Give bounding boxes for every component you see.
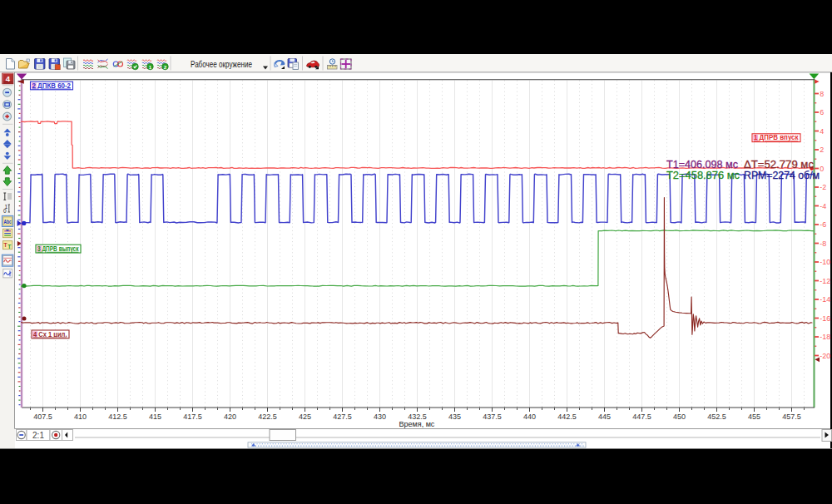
svg-text:415: 415 [149, 413, 161, 421]
svg-text:6: 6 [820, 108, 824, 116]
svg-text:-18: -18 [820, 333, 830, 341]
svg-text:4 Сх 1 цил.: 4 Сх 1 цил. [33, 330, 67, 338]
svg-text:-10: -10 [820, 258, 830, 266]
svg-text:Abc: Abc [4, 219, 12, 225]
svg-text:417.5: 417.5 [183, 413, 202, 421]
svg-text:-6: -6 [820, 220, 826, 229]
svg-text:1: 1 [149, 64, 152, 70]
svg-text:420: 420 [224, 413, 236, 421]
svg-text:-12: -12 [820, 277, 830, 285]
svg-text:0: 0 [3, 208, 7, 214]
svg-text:2: 2 [820, 146, 824, 154]
svg-text:0: 0 [820, 165, 824, 173]
svg-text:-16: -16 [820, 314, 830, 323]
svg-text:437.5: 437.5 [483, 413, 502, 421]
svg-text:430: 430 [374, 413, 386, 421]
svg-text:4: 4 [820, 127, 824, 136]
svg-text:425: 425 [299, 413, 311, 421]
svg-text:442.5: 442.5 [557, 413, 577, 421]
svg-text:422.5: 422.5 [258, 413, 277, 421]
svg-text:Время, мс: Время, мс [399, 420, 435, 428]
svg-text:8: 8 [820, 90, 824, 98]
svg-text:457.5: 457.5 [782, 413, 801, 421]
svg-text:-8: -8 [820, 240, 826, 248]
svg-text:4: 4 [6, 74, 11, 83]
svg-text:447.5: 447.5 [632, 413, 651, 421]
svg-text:-2: -2 [820, 183, 826, 191]
svg-text:455: 455 [748, 413, 760, 421]
svg-text:-20: -20 [820, 352, 830, 360]
svg-text:1 ДПРВ впуск: 1 ДПРВ впуск [754, 133, 799, 141]
svg-text:440: 440 [523, 413, 536, 421]
svg-text:445: 445 [598, 413, 611, 421]
svg-text:2:1: 2:1 [32, 431, 44, 440]
svg-text:-4: -4 [820, 202, 826, 210]
svg-text:450: 450 [673, 413, 686, 421]
svg-text:432.5: 432.5 [408, 413, 427, 421]
svg-text:452.5: 452.5 [707, 413, 726, 421]
svg-text:427.5: 427.5 [333, 413, 352, 421]
svg-text:Рабочее окружение: Рабочее окружение [191, 59, 252, 69]
svg-text:2: 2 [164, 64, 167, 70]
svg-text:2 ДПКВ 60-2: 2 ДПКВ 60-2 [32, 82, 72, 90]
svg-text:3 ДПРВ выпуск: 3 ДПРВ выпуск [37, 245, 79, 253]
svg-text:407.5: 407.5 [33, 413, 52, 421]
svg-text:-14: -14 [820, 295, 830, 304]
svg-text:435: 435 [448, 413, 461, 421]
svg-text:410: 410 [74, 413, 87, 421]
svg-text:412.5: 412.5 [108, 413, 127, 421]
